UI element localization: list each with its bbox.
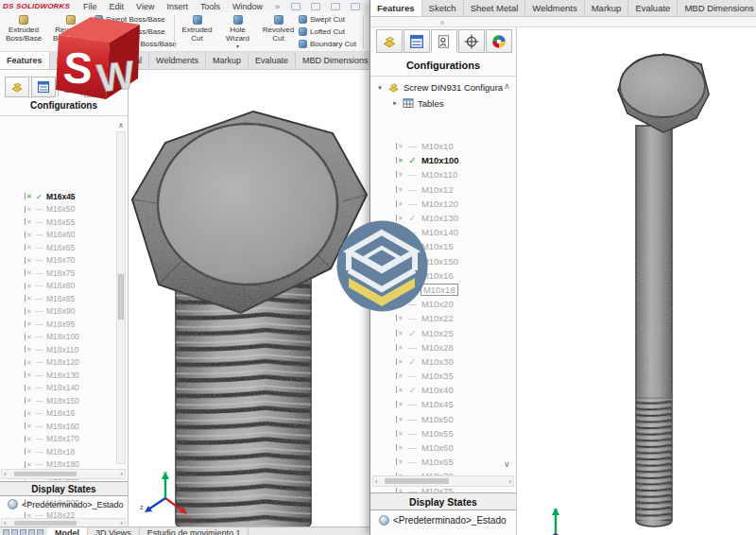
scroll-up-icon[interactable]: ∧ xyxy=(118,122,124,129)
config-name[interactable]: M10x60 xyxy=(421,442,454,453)
config-row[interactable]: M18x160 xyxy=(0,420,113,433)
config-row[interactable]: M10x120 xyxy=(370,197,503,211)
toolbar-stack-button[interactable]: Swept Cut xyxy=(299,15,361,24)
command-tab[interactable]: Weldments xyxy=(149,52,206,69)
config-name[interactable]: M18x170 xyxy=(46,434,79,443)
menu-item[interactable]: File xyxy=(83,2,97,11)
display-state-item[interactable]: <Predeterminado>_Estado xyxy=(8,499,124,509)
config-name[interactable]: M16x90 xyxy=(46,306,75,316)
command-tab[interactable]: Weldments xyxy=(525,0,584,16)
config-name[interactable]: M16x80 xyxy=(46,281,75,290)
horizontal-scrollbar-back[interactable]: ‹ › xyxy=(1,469,126,479)
hex-bolt-m10x100-model[interactable] xyxy=(518,27,756,535)
scrollbar-thumb[interactable] xyxy=(385,478,449,484)
command-tab[interactable]: Sheet Metal xyxy=(464,0,526,16)
config-row[interactable]: M18x140 xyxy=(0,382,113,395)
command-tab[interactable]: MBD Dimensions xyxy=(678,0,756,16)
config-name[interactable]: M10x25 xyxy=(421,328,454,338)
config-row[interactable]: M16x70 xyxy=(0,254,113,268)
config-row[interactable]: M18x16 xyxy=(0,407,113,421)
config-name[interactable]: M10x55 xyxy=(421,428,454,439)
new-document-icon[interactable] xyxy=(291,3,301,10)
configuration-manager-tab[interactable] xyxy=(431,29,457,53)
scroll-left-icon[interactable]: ‹ xyxy=(4,470,7,478)
menu-item[interactable]: View xyxy=(136,2,154,11)
config-name[interactable]: M18x18 xyxy=(46,447,75,457)
config-name[interactable]: M16x95 xyxy=(46,319,75,329)
model-viewport-back[interactable]: Y x z xyxy=(129,71,371,535)
scrollbar-thumb[interactable] xyxy=(118,274,124,319)
config-name[interactable]: M16x75 xyxy=(46,268,75,278)
config-name[interactable]: M16x50 xyxy=(46,204,75,214)
document-tab[interactable]: Estudio de movimiento 1 xyxy=(140,527,249,535)
toolbar-stack-button[interactable]: Lofted Cut xyxy=(299,27,361,36)
config-row[interactable]: M18x110 xyxy=(0,343,113,356)
display-state-item[interactable]: <Predeterminado>_Estado xyxy=(379,515,507,526)
open-icon[interactable] xyxy=(311,3,320,10)
command-tab[interactable]: Evaluate xyxy=(628,0,678,16)
config-row[interactable]: M18x120 xyxy=(0,356,113,370)
scroll-right-icon[interactable]: › xyxy=(120,470,123,478)
config-row[interactable]: M16x85 xyxy=(0,292,113,305)
property-manager-tab[interactable] xyxy=(404,29,430,53)
config-row[interactable]: M10x50 xyxy=(370,412,503,426)
display-state-name[interactable]: <Predeterminado>_Estado xyxy=(393,515,507,526)
config-row[interactable]: M10x35 xyxy=(370,369,503,383)
config-row[interactable]: M18x170 xyxy=(0,433,113,446)
config-row[interactable]: M10x40 xyxy=(370,383,503,397)
config-name[interactable]: M10x50 xyxy=(421,414,454,424)
vertical-scrollbar-back[interactable] xyxy=(116,131,126,464)
config-name[interactable]: M18x16 xyxy=(46,408,75,418)
config-name[interactable]: M10x65 xyxy=(421,457,454,467)
print-icon[interactable] xyxy=(351,3,360,10)
config-row[interactable]: M16x55 xyxy=(0,216,113,229)
config-row[interactable]: M18x100 xyxy=(0,331,113,344)
config-row[interactable]: M10x110 xyxy=(370,167,503,181)
config-row[interactable]: M10x22 xyxy=(370,311,503,325)
toolbar-cut-button[interactable]: RevolvedCut ▾ xyxy=(258,12,299,51)
menu-item[interactable]: Edit xyxy=(110,2,125,11)
command-tab[interactable]: Markup xyxy=(585,0,629,16)
toolbar-boss-button[interactable]: ExtrudedBoss/Base xyxy=(0,12,47,51)
config-name[interactable]: M16x60 xyxy=(46,230,75,239)
tab-scroll-buttons[interactable] xyxy=(0,527,47,535)
menu-item[interactable]: Window xyxy=(232,2,263,11)
config-row[interactable]: M16x65 xyxy=(0,241,113,254)
command-tab[interactable]: Evaluate xyxy=(249,52,296,69)
config-name[interactable]: M16x65 xyxy=(46,243,75,252)
config-name[interactable]: M10x35 xyxy=(421,371,454,381)
root-config-name[interactable]: Screw DIN931 Configura xyxy=(404,82,503,93)
command-tab[interactable]: Features xyxy=(370,0,422,16)
config-row[interactable]: M10x25 xyxy=(370,325,503,339)
config-name[interactable]: M10x28 xyxy=(421,342,454,353)
tables-label[interactable]: Tables xyxy=(418,98,443,109)
config-name[interactable]: M18x180 xyxy=(46,459,79,469)
config-row[interactable]: M16x75 xyxy=(0,267,113,280)
display-manager-tab[interactable] xyxy=(486,29,512,53)
config-name[interactable]: M10x12 xyxy=(421,184,454,195)
feature-manager-tab[interactable] xyxy=(376,29,403,53)
config-row[interactable]: M18x150 xyxy=(0,394,113,407)
horizontal-scrollbar-front[interactable]: ‹ › xyxy=(372,475,514,487)
config-row[interactable]: M18x130 xyxy=(0,369,113,382)
config-row[interactable]: M16x90 xyxy=(0,305,113,319)
menu-item[interactable]: Insert xyxy=(166,2,188,11)
config-row[interactable]: M16x60 xyxy=(0,229,113,242)
config-row[interactable]: M16x80 xyxy=(0,280,113,293)
toolbar-stack-button[interactable]: Boundary Cut xyxy=(299,40,361,48)
config-row[interactable]: M10x30 xyxy=(370,354,503,369)
scrollbar-thumb[interactable] xyxy=(14,521,77,526)
toolbar-cut-button[interactable]: ExtrudedCut ▾ xyxy=(177,12,217,51)
config-name[interactable]: M10x100 xyxy=(421,155,459,165)
config-name[interactable]: M10x22 xyxy=(421,313,454,323)
tables-node[interactable]: ▸ Tables xyxy=(391,97,443,109)
config-row[interactable]: M10x12 xyxy=(370,182,503,197)
config-name[interactable]: M10x120 xyxy=(421,198,458,209)
config-name[interactable]: M16x70 xyxy=(46,255,75,265)
configuration-tree-root[interactable]: ▾ Screw DIN931 Configura xyxy=(376,81,503,94)
config-name[interactable]: M18x120 xyxy=(46,357,79,367)
model-viewport-front[interactable]: Y xyxy=(518,27,756,535)
document-tab[interactable]: Model xyxy=(47,527,88,535)
scroll-right-icon[interactable]: › xyxy=(508,477,511,486)
dropdown-caret-icon[interactable]: ▾ xyxy=(236,43,239,51)
